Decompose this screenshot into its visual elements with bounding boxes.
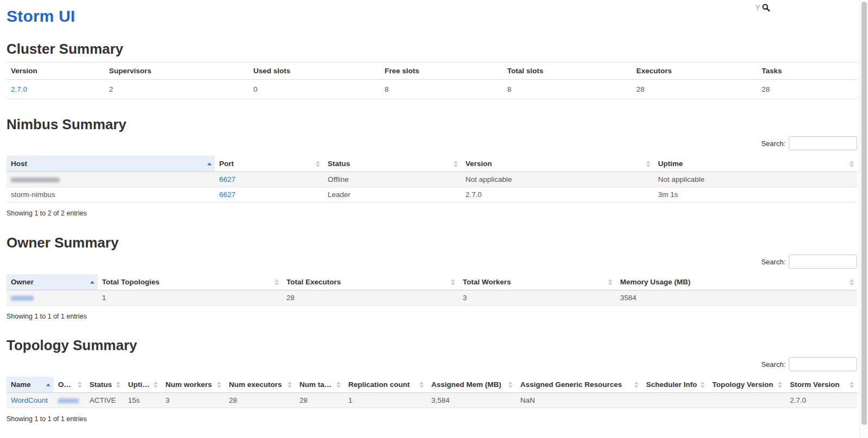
owner-col-total-executors[interactable]: Total Executors: [282, 274, 458, 290]
nimbus-port-link[interactable]: 6627: [219, 191, 235, 199]
vertical-scrollbar-track[interactable]: [859, 0, 868, 438]
topology-search-input[interactable]: [789, 357, 857, 371]
topbar-icons: Y: [755, 2, 770, 13]
sort-both-icon: [451, 279, 455, 285]
topology-replication-count-cell: 1: [344, 393, 427, 408]
nimbus-col-host[interactable]: Host: [7, 156, 215, 172]
owner-header-row: Owner Total Topologies Total Executors T…: [7, 274, 857, 290]
nimbus-col-port[interactable]: Port: [215, 156, 323, 172]
column-label: Uptime: [658, 160, 683, 168]
topology-col-scheduler-info[interactable]: Scheduler Info: [642, 377, 708, 393]
topology-name-link[interactable]: WordCount: [11, 396, 48, 404]
redacted-owner-value: [58, 398, 79, 403]
topology-col-num-executors[interactable]: Num executors: [225, 377, 295, 393]
sort-both-icon: [316, 161, 320, 167]
topology-col-replication-count[interactable]: Replication count: [344, 377, 427, 393]
topology-col-name[interactable]: Name: [7, 377, 54, 393]
topology-col-topology-version[interactable]: Topology Version: [708, 377, 786, 393]
column-label: Scheduler Info: [646, 380, 697, 389]
owner-col-memory-usage[interactable]: Memory Usage (MB): [616, 274, 857, 290]
owner-summary-table: Owner Total Topologies Total Executors T…: [7, 274, 857, 306]
sort-both-icon: [78, 382, 82, 388]
sort-both-icon: [154, 382, 158, 388]
column-label: Uptime: [128, 380, 153, 389]
column-label: Host: [11, 160, 27, 168]
redacted-owner-value: [11, 296, 34, 301]
topology-search-row: Search:: [7, 357, 857, 371]
nimbus-col-version[interactable]: Version: [461, 156, 654, 172]
nimbus-host-cell: [7, 172, 215, 187]
owner-search-label: Search:: [761, 258, 786, 266]
cluster-col-used-slots: Used slots: [249, 62, 380, 80]
nimbus-uptime-cell: Not applicable: [654, 172, 857, 187]
topology-col-num-tasks[interactable]: Num tasks: [295, 377, 344, 393]
cluster-data-row: 2.7.0 2 0 8 8 28 28: [7, 80, 857, 99]
column-label: Status: [328, 160, 350, 168]
nimbus-col-uptime[interactable]: Uptime: [654, 156, 857, 172]
cluster-summary-heading: Cluster Summary: [7, 40, 857, 58]
vertical-scrollbar-thumb[interactable]: [861, 2, 867, 425]
topology-uptime-cell: 15s: [124, 393, 161, 408]
owner-search-input[interactable]: [789, 255, 857, 269]
topology-row: WordCount ACTIVE 15s 3 28 28 1 3,584 NaN…: [7, 393, 857, 408]
topology-num-executors-cell: 28: [225, 393, 295, 408]
topology-entries-info: Showing 1 to 1 of 1 entries: [7, 415, 857, 423]
sort-both-icon: [850, 161, 854, 167]
owner-memory-usage-cell: 3584: [616, 290, 857, 306]
cluster-col-tasks: Tasks: [757, 62, 857, 80]
column-label: Assigned Mem (MB): [431, 380, 501, 389]
topology-col-storm-version[interactable]: Storm Version: [786, 377, 857, 393]
cluster-col-executors: Executors: [632, 62, 757, 80]
column-label: Total Workers: [463, 278, 511, 286]
topology-col-status[interactable]: Status: [85, 377, 124, 393]
nimbus-row: storm-nimbus 6627 Leader 2.7.0 3m 1s: [7, 187, 857, 202]
cluster-col-supervisors: Supervisors: [105, 62, 249, 80]
nimbus-col-status[interactable]: Status: [323, 156, 461, 172]
nimbus-search-input[interactable]: [789, 136, 857, 150]
sort-both-icon: [419, 382, 424, 388]
topology-topology-version-cell: [708, 393, 786, 408]
sort-both-icon: [850, 382, 854, 388]
search-icon[interactable]: [762, 3, 770, 12]
cluster-header-row: Version Supervisors Used slots Free slot…: [7, 62, 857, 80]
owner-col-owner[interactable]: Owner: [7, 274, 98, 290]
column-label: Status: [90, 380, 112, 389]
nimbus-summary-heading: Nimbus Summary: [7, 116, 857, 133]
topology-col-owner[interactable]: Owner: [54, 377, 85, 393]
y-icon[interactable]: Y: [755, 2, 760, 13]
sort-both-icon: [778, 382, 782, 388]
nimbus-status-cell: Offline: [323, 172, 461, 187]
topology-num-workers-cell: 3: [161, 393, 225, 408]
sort-asc-icon: [207, 162, 212, 165]
column-label: Num tasks: [299, 380, 336, 389]
owner-col-total-workers[interactable]: Total Workers: [458, 274, 616, 290]
nimbus-search-label: Search:: [761, 139, 786, 148]
cluster-tasks-cell: 28: [757, 80, 857, 99]
nimbus-header-row: Host Port Status Version Uptime: [7, 156, 857, 172]
topology-col-uptime[interactable]: Uptime: [124, 377, 161, 393]
owner-name-cell: [7, 290, 98, 306]
nimbus-row: 6627 Offline Not applicable Not applicab…: [7, 172, 857, 187]
cluster-executors-cell: 28: [632, 80, 757, 99]
cluster-col-version: Version: [7, 62, 105, 80]
topology-col-assigned-generic-resources[interactable]: Assigned Generic Resources: [516, 377, 642, 393]
topology-scheduler-info-cell: [642, 393, 708, 408]
owner-col-total-topologies[interactable]: Total Topologies: [98, 274, 282, 290]
column-label: Owner: [11, 278, 34, 286]
cluster-version-link[interactable]: 2.7.0: [11, 85, 27, 93]
column-label: Topology Version: [712, 380, 773, 389]
topology-storm-version-cell: 2.7.0: [786, 393, 857, 408]
column-label: Port: [219, 160, 234, 168]
cluster-version-cell: 2.7.0: [7, 80, 105, 99]
sort-both-icon: [336, 382, 341, 388]
nimbus-port-link[interactable]: 6627: [219, 175, 235, 183]
topology-col-num-workers[interactable]: Num workers: [161, 377, 225, 393]
sort-both-icon: [288, 382, 292, 388]
owner-row: 1 28 3 3584: [7, 290, 857, 306]
sort-both-icon: [700, 382, 705, 388]
owner-total-executors-cell: 28: [282, 290, 458, 306]
cluster-total-slots-cell: 8: [503, 80, 632, 99]
owner-total-topologies-cell: 1: [98, 290, 282, 306]
topology-col-assigned-mem[interactable]: Assigned Mem (MB): [427, 377, 516, 393]
topology-assigned-mem-cell: 3,584: [427, 393, 516, 408]
